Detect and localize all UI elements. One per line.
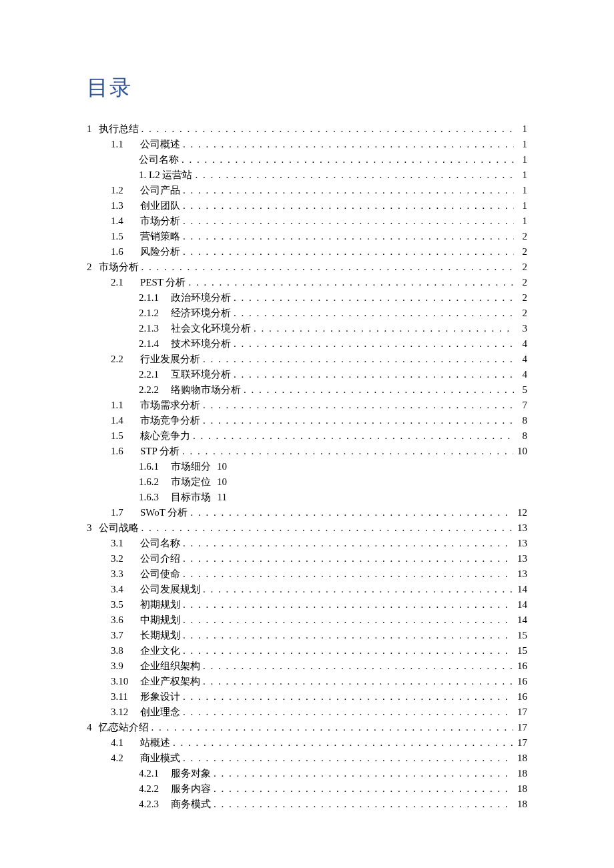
toc-entry-number: 2.1.4 (139, 336, 171, 352)
toc-entry-text: 目标市场 (171, 490, 214, 505)
toc-entry: 3.7长期规划15 (87, 628, 527, 643)
toc-entry-text: 市场分析 (140, 213, 183, 229)
toc-entry-text: 创业理念 (140, 705, 183, 720)
toc-entry-number: 1.6.2 (139, 474, 171, 490)
toc-entry-page: 2 (514, 260, 527, 275)
toc-entry: 4忆恋站介绍17 (87, 720, 527, 735)
toc-entry-text: STP 分析 (140, 444, 182, 459)
toc-entry: 1.6.3目标市场11 (87, 490, 527, 505)
toc-entry-page: 15 (513, 628, 527, 643)
toc-leader-dots (203, 413, 514, 428)
table-of-contents: 1执行总结11.1公司概述1公司名称11. L2 运营站11.2公司产品11.3… (87, 121, 527, 812)
toc-entry-text: 站概述 (140, 735, 173, 751)
toc-entry-page: 5 (514, 382, 527, 398)
toc-entry: 3.12创业理念17 (87, 705, 527, 720)
toc-entry-number: 1.6.3 (139, 490, 171, 505)
toc-entry: 1.4市场竞争分析8 (87, 413, 527, 428)
toc-leader-dots (214, 797, 513, 812)
toc-entry-number: 2.1.2 (139, 306, 171, 321)
toc-entry-number: 3.7 (111, 628, 140, 643)
toc-entry-number: 1 (87, 121, 99, 137)
toc-entry-page: 4 (514, 367, 527, 382)
toc-leader-dots (254, 321, 514, 336)
toc-entry-page: 3 (514, 321, 527, 336)
toc-entry-text: SWoT 分析 (140, 505, 190, 520)
toc-leader-dots (183, 597, 513, 612)
toc-entry: 1.2公司产品1 (87, 183, 527, 198)
toc-entry-page: 10 (214, 474, 227, 490)
toc-entry-number: 1.5 (111, 229, 140, 244)
toc-leader-dots (141, 260, 515, 275)
toc-entry: 3.2公司介绍13 (87, 551, 527, 566)
toc-entry-number: 3 (87, 520, 99, 536)
toc-entry-number: 3.3 (111, 566, 140, 582)
toc-entry: 3.8企业文化15 (87, 643, 527, 659)
toc-entry: 4.1站概述17 (87, 735, 527, 751)
toc-leader-dots (183, 229, 514, 244)
toc-entry: 2市场分析2 (87, 260, 527, 275)
toc-leader-dots (234, 367, 514, 382)
toc-entry-number: 1.5 (111, 428, 140, 444)
toc-leader-dots (182, 444, 513, 459)
toc-entry-page: 17 (513, 735, 527, 751)
toc-entry: 2.1.2经济环境分析2 (87, 306, 527, 321)
toc-entry-text: 核心竞争力 (140, 428, 193, 444)
toc-entry: 1.1市场需求分析7 (87, 398, 527, 413)
toc-entry-number: 1.6.1 (139, 459, 171, 474)
toc-entry-text: 市场需求分析 (140, 398, 203, 413)
toc-entry: 1执行总结1 (87, 121, 527, 137)
toc-entry-text: 形象设计 (140, 689, 183, 705)
toc-leader-dots (203, 582, 513, 597)
toc-entry-number: 4.2.2 (139, 781, 171, 797)
toc-leader-dots (183, 628, 513, 643)
toc-entry-text: 公司发展规划 (140, 582, 203, 597)
toc-entry-number: 4 (87, 720, 99, 735)
toc-entry-number: 3.12 (111, 705, 140, 720)
toc-entry: 1.4市场分析1 (87, 213, 527, 229)
toc-entry-text: 企业产权架构 (140, 674, 203, 689)
toc-entry-page: 13 (513, 536, 527, 551)
toc-entry-number: 4.1 (111, 735, 140, 751)
toc-entry-text: 中期规划 (140, 612, 183, 628)
toc-entry-number: 3.8 (111, 643, 140, 659)
toc-leader-dots (183, 183, 514, 198)
toc-leader-dots (183, 198, 514, 213)
toc-entry: 4.2.1服务对象18 (87, 766, 527, 781)
toc-entry: 4.2.2服务内容18 (87, 781, 527, 797)
toc-leader-dots (183, 213, 514, 229)
toc-entry-page: 13 (513, 551, 527, 566)
toc-entry: 2.1.1政治环境分析2 (87, 290, 527, 306)
toc-entry-page: 4 (514, 336, 527, 352)
toc-entry: 3.6中期规划14 (87, 612, 527, 628)
toc-leader-dots (183, 705, 513, 720)
toc-entry-text: 创业团队 (140, 198, 183, 213)
toc-entry-text: 长期规划 (140, 628, 183, 643)
toc-entry-number: 3.11 (111, 689, 140, 705)
toc-entry-page: 4 (514, 352, 527, 367)
toc-entry-text: 商业模式 (140, 751, 183, 766)
toc-entry: 1.3创业团队1 (87, 198, 527, 213)
toc-leader-dots (203, 674, 513, 689)
toc-entry-number: 4.2.1 (139, 766, 171, 781)
toc-entry: 1.6风险分析2 (87, 244, 527, 260)
toc-entry-page: 1 (514, 121, 527, 137)
toc-entry: 1.7SWoT 分析12 (87, 505, 527, 520)
toc-entry-page: 18 (513, 766, 527, 781)
toc-entry: 3.10企业产权架构16 (87, 674, 527, 689)
toc-leader-dots (234, 306, 514, 321)
toc-entry: 1. L2 运营站1 (87, 167, 527, 183)
toc-entry-text: 互联环境分析 (171, 367, 234, 382)
toc-entry-page: 1 (514, 198, 527, 213)
toc-leader-dots (182, 152, 514, 167)
toc-entry-text: 营销策略 (140, 229, 183, 244)
toc-leader-dots (183, 551, 513, 566)
toc-leader-dots (183, 643, 513, 659)
toc-entry-number: 2.1.3 (139, 321, 171, 336)
toc-entry-page: 16 (513, 659, 527, 674)
toc-leader-dots (173, 735, 513, 751)
toc-entry-text: PEST 分析 (140, 275, 189, 290)
toc-entry: 1.5营销策略2 (87, 229, 527, 244)
toc-entry-text: 初期规划 (140, 597, 183, 612)
toc-entry-page: 2 (514, 290, 527, 306)
toc-entry-number: 3.10 (111, 674, 140, 689)
